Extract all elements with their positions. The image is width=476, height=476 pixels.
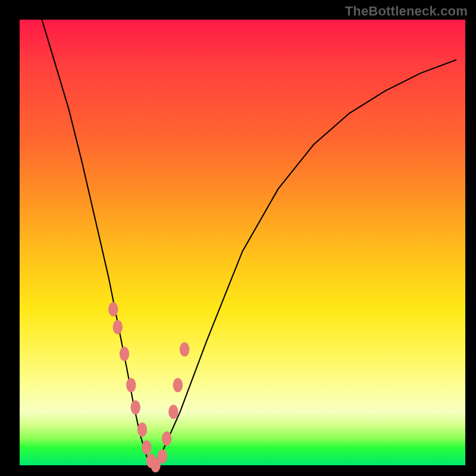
- bottleneck-curve-svg: [20, 20, 465, 465]
- marker-dot: [131, 400, 140, 415]
- chart-frame: TheBottleneck.com: [0, 0, 476, 476]
- marker-dot: [142, 440, 151, 455]
- plot-area: [20, 20, 465, 465]
- bottleneck-curve: [42, 20, 456, 465]
- marker-dot: [108, 302, 118, 317]
- marker-dot: [113, 320, 123, 334]
- marker-dot: [173, 378, 183, 392]
- highlight-markers: [108, 302, 189, 472]
- marker-dot: [137, 422, 147, 437]
- marker-dot: [162, 431, 171, 446]
- marker-dot: [168, 405, 178, 419]
- marker-dot: [120, 347, 129, 361]
- marker-dot: [157, 449, 167, 464]
- marker-dot: [126, 378, 136, 392]
- watermark-text: TheBottleneck.com: [345, 4, 468, 19]
- marker-dot: [180, 342, 189, 356]
